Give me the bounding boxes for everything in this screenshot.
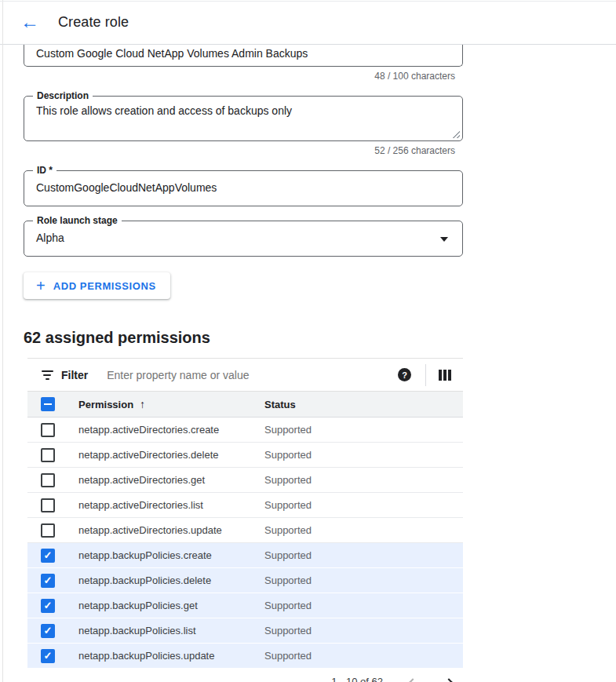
back-arrow-icon[interactable]: ← [20,13,39,31]
row-checkbox[interactable] [41,574,55,588]
column-display-icon[interactable] [439,370,451,381]
permission-name: netapp.activeDirectories.create [78,424,264,436]
table-row[interactable]: netapp.activeDirectories.create Supporte… [27,418,463,443]
previous-page-icon[interactable] [403,673,422,682]
filter-input[interactable] [107,369,398,381]
next-page-icon[interactable] [439,673,458,682]
permissions-rows: netapp.activeDirectories.create Supporte… [27,418,463,669]
permission-name: netapp.backupPolicies.update [78,650,264,662]
row-checkbox[interactable] [41,423,55,437]
permission-status: Supported [264,449,463,461]
select-all-checkbox[interactable] [41,397,55,411]
permission-name: netapp.activeDirectories.update [78,524,264,536]
pagination-range-label: 1 - 10 of 62 [331,673,383,682]
create-role-form: Custom Google Cloud NetApp Volumes Admin… [0,45,487,347]
table-row[interactable]: netapp.activeDirectories.get Supported [27,468,463,493]
row-checkbox[interactable] [41,523,55,538]
permission-name: netapp.activeDirectories.list [78,499,264,511]
title-field[interactable]: Custom Google Cloud NetApp Volumes Admin… [24,45,463,67]
textarea-resize-handle[interactable] [452,130,460,138]
row-checkbox[interactable] [41,448,55,462]
id-field-label: ID * [33,165,56,177]
permission-status: Supported [264,499,463,511]
description-char-counter: 52 / 256 characters [24,145,463,156]
description-field-label: Description [33,90,93,102]
table-row[interactable]: netapp.activeDirectories.delete Supporte… [27,443,463,468]
status-column-header: Status [264,399,463,410]
page-title: Create role [58,14,129,31]
permission-status: Supported [264,650,463,662]
row-checkbox[interactable] [41,624,55,638]
add-permissions-button-label: ADD PERMISSIONS [53,280,156,292]
add-permissions-button[interactable]: + ADD PERMISSIONS [24,272,170,299]
table-header-row: Permission ↑ Status [27,392,463,418]
row-checkbox[interactable] [41,473,55,487]
sort-ascending-icon: ↑ [140,398,145,410]
permission-status: Supported [264,474,463,486]
row-checkbox[interactable] [41,649,55,663]
id-field[interactable]: ID * CustomGoogleCloudNetAppVolumes [24,170,463,206]
toolbar-divider [425,364,426,386]
table-row[interactable]: netapp.backupPolicies.get Supported [27,593,463,618]
assigned-permissions-heading: 62 assigned permissions [24,329,487,347]
permission-name: netapp.activeDirectories.get [78,474,264,486]
permission-column-header[interactable]: Permission ↑ [78,398,264,410]
table-row[interactable]: netapp.backupPolicies.create Supported [27,543,463,568]
filter-label: Filter [61,369,88,381]
help-icon[interactable]: ? [398,368,411,381]
permission-name: netapp.activeDirectories.delete [78,449,264,461]
permission-name: netapp.backupPolicies.delete [78,574,264,586]
description-field[interactable]: Description This role allows creation an… [24,96,463,141]
permission-status: Supported [264,424,463,436]
table-row[interactable]: netapp.activeDirectories.list Supported [27,493,463,518]
row-checkbox[interactable] [41,498,55,512]
permission-status: Supported [264,549,463,561]
dropdown-caret-icon [440,237,448,242]
permission-name: netapp.backupPolicies.list [78,625,264,636]
filter-icon [41,370,53,380]
plus-icon: + [36,279,46,292]
permission-name: netapp.backupPolicies.get [78,600,264,611]
table-filter-bar: Filter ? [27,359,463,392]
permission-status: Supported [264,524,463,536]
permissions-table: Filter ? Permission ↑ Status netapp.acti… [27,358,463,682]
table-row[interactable]: netapp.backupPolicies.update Supported [27,644,463,669]
table-row[interactable]: netapp.backupPolicies.delete Supported [27,568,463,593]
row-checkbox[interactable] [41,599,55,613]
panel-top-border [0,1,616,2]
panel-left-border [2,0,3,682]
table-pagination: 1 - 10 of 62 [27,669,463,682]
permission-status: Supported [264,625,463,636]
table-row[interactable]: netapp.backupPolicies.list Supported [27,618,463,644]
row-checkbox[interactable] [41,549,55,563]
table-row[interactable]: netapp.activeDirectories.update Supporte… [27,518,463,543]
permission-status: Supported [264,574,463,586]
page-header: ← Create role [0,0,616,45]
permission-status: Supported [264,600,463,611]
title-field-value: Custom Google Cloud NetApp Volumes Admin… [24,45,462,62]
title-char-counter: 48 / 100 characters [24,71,463,82]
role-launch-stage-select[interactable]: Role launch stage Alpha [24,221,463,257]
role-launch-stage-label: Role launch stage [33,215,122,227]
id-field-value: CustomGoogleCloudNetAppVolumes [24,171,462,194]
permission-name: netapp.backupPolicies.create [78,549,264,561]
